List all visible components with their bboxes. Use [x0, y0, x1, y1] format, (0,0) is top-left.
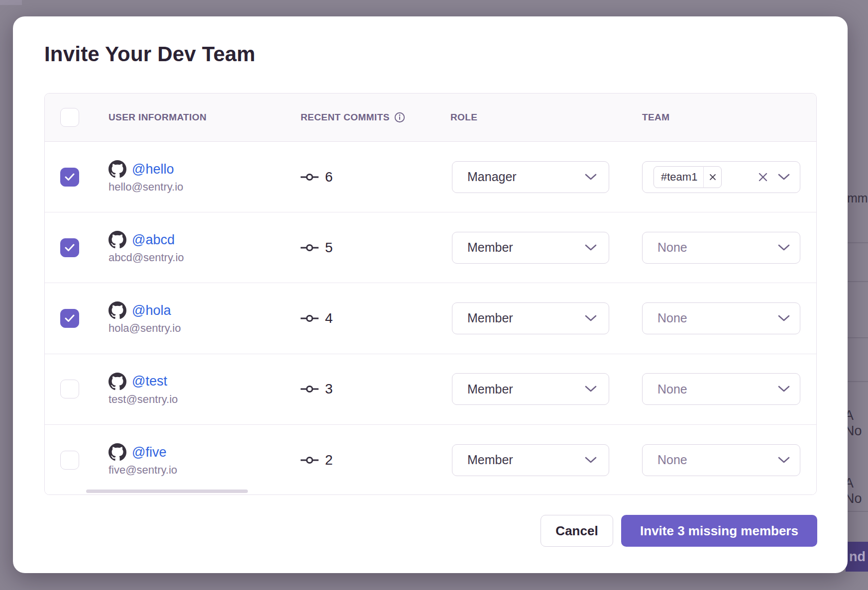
background-text-fragment: A No	[845, 476, 868, 506]
role-select[interactable]: Manager	[452, 161, 609, 193]
chevron-down-icon	[585, 386, 597, 393]
check-icon	[65, 244, 75, 252]
github-username-link[interactable]: @hello	[132, 162, 174, 177]
team-select[interactable]: #team1	[642, 161, 800, 193]
column-header-team: TEAM	[642, 112, 669, 123]
chevron-down-icon	[778, 244, 790, 251]
chevron-down-icon	[585, 174, 597, 181]
background-row-divider	[846, 281, 868, 282]
chevron-down-icon	[778, 174, 790, 181]
user-email: abcd@sentry.io	[108, 251, 301, 264]
column-header-user: USER INFORMATION	[108, 112, 207, 123]
team-select[interactable]: None	[642, 302, 800, 334]
github-icon	[108, 443, 126, 461]
team-selected-value: None	[657, 382, 687, 396]
info-circle-icon[interactable]	[394, 112, 405, 123]
close-icon	[758, 172, 768, 183]
role-selected-value: Member	[467, 453, 513, 467]
role-selected-value: Member	[467, 240, 513, 255]
table-row: @test test@sentry.io 3 Member	[45, 354, 816, 425]
git-commit-icon	[301, 455, 319, 465]
role-select[interactable]: Member	[452, 373, 609, 405]
role-selected-value: Member	[467, 382, 513, 396]
column-header-commits: RECENT COMMITS	[301, 112, 405, 123]
row-checkbox[interactable]	[60, 238, 79, 257]
check-icon	[65, 314, 75, 322]
invite-members-table: USER INFORMATION RECENT COMMITS ROLE TEA…	[44, 93, 817, 495]
background-row-divider	[846, 381, 868, 382]
table-row: @hola hola@sentry.io 4 Member	[45, 283, 816, 354]
invite-dev-team-modal: Invite Your Dev Team USER INFORMATION RE…	[13, 16, 848, 573]
github-icon	[108, 373, 126, 391]
modal-footer: Cancel Invite 3 missing members	[541, 515, 817, 547]
column-header-role: ROLE	[450, 112, 477, 123]
table-header-row: USER INFORMATION RECENT COMMITS ROLE TEA…	[45, 94, 816, 142]
invite-members-button[interactable]: Invite 3 missing members	[621, 515, 817, 547]
user-email: hola@sentry.io	[108, 322, 301, 335]
role-select[interactable]: Member	[452, 444, 609, 476]
background-page-edge	[0, 0, 22, 5]
clear-team-button[interactable]	[758, 172, 768, 183]
background-row-divider	[846, 511, 868, 512]
user-email: hello@sentry.io	[108, 181, 301, 194]
chevron-down-icon	[585, 457, 597, 464]
select-all-checkbox[interactable]	[60, 108, 79, 127]
table-row: @hello hello@sentry.io 6 Manager	[45, 142, 816, 212]
team-select[interactable]: None	[642, 373, 800, 405]
table-row: @abcd abcd@sentry.io 5 Member	[45, 212, 816, 283]
horizontal-scrollbar[interactable]	[86, 490, 248, 493]
chevron-down-icon	[585, 315, 597, 322]
page-title: Invite Your Dev Team	[44, 42, 255, 66]
git-commit-icon	[301, 313, 319, 323]
recent-commit-count: 5	[325, 240, 333, 256]
github-icon	[108, 160, 126, 178]
close-icon	[709, 173, 717, 181]
git-commit-icon	[301, 243, 319, 253]
background-button-fragment: nd	[846, 542, 868, 572]
git-commit-icon	[301, 384, 319, 394]
github-username-link[interactable]: @five	[132, 445, 166, 460]
recent-commit-count: 4	[325, 310, 333, 326]
team-selected-value: None	[657, 311, 687, 325]
recent-commit-count: 3	[325, 381, 333, 397]
user-email: test@sentry.io	[108, 393, 301, 406]
background-text-fragment: mmit	[847, 191, 868, 205]
row-checkbox[interactable]	[60, 309, 79, 328]
row-checkbox[interactable]	[60, 451, 79, 470]
row-checkbox[interactable]	[60, 380, 79, 398]
row-checkbox[interactable]	[60, 168, 79, 187]
team-selected-value: None	[657, 240, 687, 255]
table-row: @five five@sentry.io 2 Member	[45, 425, 816, 495]
role-selected-value: Manager	[467, 170, 517, 184]
table-body: @hello hello@sentry.io 6 Manager	[45, 142, 816, 495]
github-username-link[interactable]: @abcd	[132, 232, 175, 248]
team-tag-label: #team1	[654, 171, 703, 184]
background-row-divider	[846, 337, 868, 338]
check-icon	[65, 173, 75, 181]
team-tag: #team1	[653, 166, 722, 188]
chevron-down-icon	[778, 457, 790, 464]
remove-team-tag-button[interactable]	[703, 166, 721, 188]
team-selected-value: None	[657, 453, 687, 467]
git-commit-icon	[301, 172, 319, 182]
chevron-down-icon	[585, 244, 597, 251]
user-email: five@sentry.io	[108, 464, 301, 477]
team-select[interactable]: None	[642, 232, 800, 264]
role-select[interactable]: Member	[452, 232, 609, 264]
background-text-fragment: A No	[845, 408, 868, 439]
github-icon	[108, 301, 126, 319]
recent-commit-count: 6	[325, 169, 333, 185]
recent-commit-count: 2	[325, 452, 333, 468]
github-icon	[108, 231, 126, 249]
role-select[interactable]: Member	[452, 302, 609, 334]
chevron-down-icon	[778, 315, 790, 322]
chevron-down-icon	[778, 386, 790, 393]
cancel-button[interactable]: Cancel	[541, 515, 613, 547]
github-username-link[interactable]: @hola	[132, 303, 171, 318]
team-select[interactable]: None	[642, 444, 800, 476]
background-row-divider	[846, 242, 868, 243]
github-username-link[interactable]: @test	[132, 374, 167, 389]
role-selected-value: Member	[467, 311, 513, 325]
